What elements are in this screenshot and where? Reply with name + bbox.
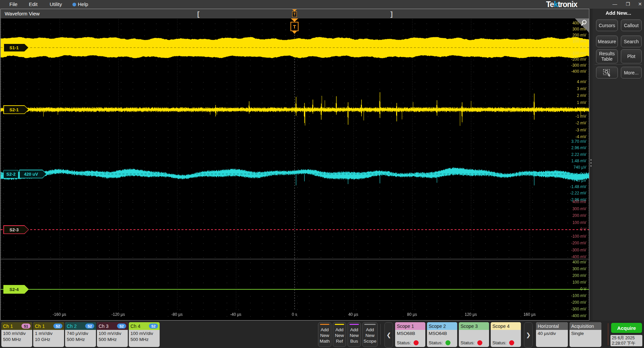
horizontal-card[interactable]: Horizontal40 µs/div <box>536 322 568 347</box>
channel-badge-S2-2[interactable]: S2-2420 uV <box>3 170 47 178</box>
color-bar <box>364 324 376 325</box>
panel-grip-handle[interactable] <box>590 158 592 169</box>
acquire-button[interactable]: Acquire <box>611 323 642 333</box>
scale-label-S2-4: -400 mV <box>556 313 586 318</box>
scale-label-S2-1: 3 mV <box>556 86 586 92</box>
scale-label-S1-1: -300 mV <box>556 63 586 68</box>
minimap-trigger-icon[interactable]: T <box>292 9 297 17</box>
channel-bandwidth: 500 MHz <box>3 337 31 343</box>
menu-utility[interactable]: Utility <box>50 0 62 9</box>
scale-label-S1-1: -100 mV <box>556 51 586 56</box>
add-new-ref-button[interactable]: AddNewRef <box>333 322 346 347</box>
acquisition-card[interactable]: AcquisitionSingle <box>570 322 601 347</box>
scale-label-S2-1: 2 mV <box>556 93 586 98</box>
menu-edit[interactable]: Edit <box>29 0 38 9</box>
scope-display[interactable]: 400 mV300 mV200 mV100 mV0 V-100 mV-200 m… <box>1 18 589 320</box>
scope-model: MSO68B <box>397 331 424 337</box>
scope-source-badge: S1 <box>21 324 31 329</box>
scale-label-S2-1: 4 mV <box>556 79 586 84</box>
channel-badge-S1-1[interactable]: S1-1 <box>3 43 29 52</box>
magnifier-icon <box>580 19 588 27</box>
add-button-line: Scope <box>363 338 377 344</box>
status-indicator-icon <box>445 340 450 345</box>
scope-card-2[interactable]: Scope 2MSO64BStatus: <box>427 322 457 347</box>
time-tick-label: -80 µs <box>171 312 183 317</box>
waveform-view-tabbar[interactable]: Waveform View [ ] T <box>1 9 589 18</box>
color-bar <box>320 324 329 325</box>
scope-source-badge: S2 <box>149 324 158 329</box>
scale-label-S1-1: -400 mV <box>556 69 586 74</box>
channel-badge-label: S2-3 <box>3 225 25 234</box>
scope-status: Status: <box>397 340 419 345</box>
menu-file[interactable]: File <box>9 0 17 9</box>
titlebar: File Edit Utility Help Tektronix — ❐ ✕ <box>0 0 644 9</box>
channel-card-body: 100 mV/div500 MHz <box>97 330 128 343</box>
minimize-icon[interactable]: — <box>610 0 620 9</box>
add-new-bus-button[interactable]: AddNewBus <box>347 322 361 347</box>
scope-card-1[interactable]: Scope 1MSO68BStatus: <box>395 322 425 347</box>
add-new-scope-button[interactable]: AddNewScope <box>362 322 378 347</box>
restore-icon[interactable]: ❐ <box>623 0 633 9</box>
channel-card-header: Ch 3S2 <box>97 322 128 330</box>
add-new-panel: Add New... Cursors Callout Measure Searc… <box>593 9 644 321</box>
scale-label-S2-3: -200 mV <box>556 241 586 246</box>
menu-help[interactable]: Help <box>78 0 88 9</box>
more-button[interactable]: More... <box>621 67 642 78</box>
channel-scale: 740 µV/div <box>67 331 94 337</box>
waveform-canvas[interactable] <box>1 18 589 320</box>
scale-label-S2-2: 2.96 mV <box>556 146 586 151</box>
zoom-select-button[interactable] <box>596 67 618 78</box>
add-button-line: New <box>363 333 377 338</box>
scale-label-S2-1: 1 mV <box>556 100 586 105</box>
measure-button[interactable]: Measure <box>596 36 618 47</box>
minimap-right-bracket[interactable]: ] <box>390 9 393 19</box>
scale-label-S2-3: -400 mV <box>556 254 586 259</box>
channel-bandwidth: 10 GHz <box>35 337 62 343</box>
scale-label-S2-4: 0 V <box>556 287 586 292</box>
channel-bandwidth: 500 MHz <box>130 337 158 343</box>
scale-label-S2-3: 300 mV <box>556 207 586 212</box>
scope-card-4[interactable]: Scope 4Status: <box>491 322 521 347</box>
channel-card-4[interactable]: Ch 3S2100 mV/div500 MHz <box>97 322 128 347</box>
scroll-right-button[interactable]: ❯ <box>524 322 533 348</box>
scope-card-body: MSO68B <box>395 330 425 337</box>
channel-card-2[interactable]: Ch 1S21 mV/div10 GHz <box>33 322 64 347</box>
add-button-line: Add <box>333 327 346 333</box>
close-icon[interactable]: ✕ <box>635 0 644 9</box>
scope-name: Scope 1 <box>397 324 414 329</box>
channel-offset-badge: 420 uV <box>19 170 47 178</box>
zoom-corner-control[interactable] <box>575 18 589 33</box>
channel-card-header: Ch 1S1 <box>1 322 32 330</box>
minimap-left-bracket[interactable]: [ <box>197 9 200 19</box>
scope-name: Scope 2 <box>429 324 446 329</box>
plot-button[interactable]: Plot <box>621 49 642 63</box>
channel-card-5[interactable]: Ch 4S2100 mV/div500 MHz <box>129 322 160 347</box>
channel-card-3[interactable]: Ch 2S2740 µV/div500 MHz <box>65 322 96 347</box>
channel-card-1[interactable]: Ch 1S1100 mV/div500 MHz <box>1 322 32 347</box>
channel-name: Ch 4 <box>130 324 141 329</box>
scope-card-3[interactable]: Scope 3Status: <box>459 322 489 347</box>
trigger-marker-icon[interactable]: T <box>290 18 299 34</box>
scale-label-S2-2: 3.70 mV <box>556 139 586 144</box>
scale-label-S2-2: 2.22 mV <box>556 152 586 157</box>
channel-card-body: 740 µV/div500 MHz <box>65 330 96 343</box>
channel-name: Ch 1 <box>35 324 45 329</box>
search-button[interactable]: Search <box>621 36 642 47</box>
scroll-left-button[interactable]: ❮ <box>384 322 393 348</box>
channel-name: Ch 2 <box>67 324 77 329</box>
scale-label-S2-4: 100 mV <box>556 280 586 285</box>
channel-badge-S2-4[interactable]: S2-4 <box>3 285 29 294</box>
channel-badge-S2-1[interactable]: S2-1 <box>3 105 29 114</box>
cursors-button[interactable]: Cursors <box>596 19 618 31</box>
channel-bandwidth: 500 MHz <box>99 337 126 343</box>
add-new-math-button[interactable]: AddNewMath <box>318 322 331 347</box>
callout-button[interactable]: Callout <box>621 19 642 31</box>
datetime-display: 25 6月 2025 2:28:07 下午 <box>610 335 642 346</box>
channel-badge-S2-3[interactable]: S2-3 <box>3 225 29 234</box>
scope-card-header: Scope 3 <box>459 322 489 330</box>
color-bar <box>350 324 359 325</box>
add-new-title: Add New... <box>593 10 644 16</box>
waveform-view-tab[interactable]: Waveform View <box>5 9 40 18</box>
channel-offset-value: 420 uV <box>19 170 43 178</box>
results-table-button[interactable]: Results Table <box>596 49 618 63</box>
